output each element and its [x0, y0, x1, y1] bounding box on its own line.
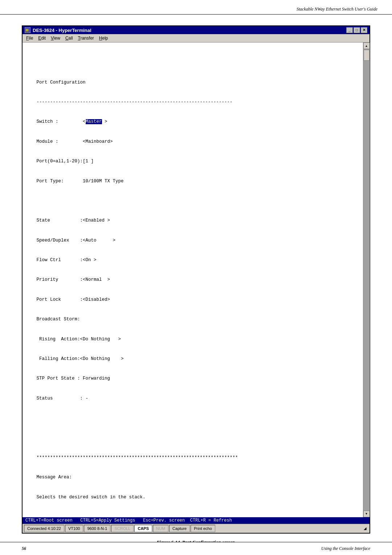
terminal-line-switch: Switch : <Master >: [28, 118, 357, 125]
status-connected: Connected 4:10:22: [24, 525, 64, 532]
terminal-line-stars: ****************************************…: [28, 454, 357, 461]
terminal-line-title: Port Configuration: [28, 79, 357, 86]
terminal-line-porttype: Port Type: 10/100M TX Type: [28, 178, 357, 185]
terminal-line-status: Status : -: [28, 395, 357, 402]
scrollbar[interactable]: ▲ ▼: [363, 42, 369, 517]
hyper-terminal-window: H DES-3624 - HyperTerminal _ □ ✕ File Ed…: [22, 25, 370, 534]
terminal-line-bcast: Broadcast Storm:: [28, 316, 357, 323]
footer-page-number: 56: [22, 546, 26, 551]
menu-edit[interactable]: Edit: [36, 35, 48, 41]
minimize-button[interactable]: _: [346, 27, 353, 33]
maximize-button[interactable]: □: [354, 27, 360, 33]
page-footer: 56 Using the Console Interface: [0, 542, 392, 555]
svg-text:H: H: [26, 28, 28, 32]
terminal-line-stp: STP Port State : Forwarding: [28, 375, 357, 382]
status-terminal: VT100: [65, 525, 83, 532]
status-scroll: SCROLL: [111, 525, 134, 532]
terminal-line-port: Port(0=all,1-20):[1 ]: [28, 158, 357, 165]
command-bar: CTRL+T=Root screen CTRL+S=Apply Settings…: [23, 517, 369, 524]
terminal-line-sep: ----------------------------------------…: [28, 99, 357, 105]
menu-transfer[interactable]: Transfer: [76, 35, 96, 41]
scroll-track[interactable]: [363, 49, 370, 511]
terminal-line-falling: Falling Action:<Do Nothing >: [28, 356, 357, 362]
menu-call[interactable]: Call: [63, 35, 75, 41]
titlebar: H DES-3624 - HyperTerminal _ □ ✕: [23, 26, 369, 34]
terminal-line-state: State :<Enabled >: [28, 217, 357, 224]
status-print-echo: Print echo: [191, 525, 215, 532]
scroll-up-button[interactable]: ▲: [363, 42, 370, 49]
header-title: Stackable NWay Ethernet Switch User's Gu…: [297, 7, 377, 12]
terminal-area: Port Configuration ---------------------…: [23, 42, 369, 517]
page-content: H DES-3624 - HyperTerminal _ □ ✕ File Ed…: [0, 15, 392, 555]
terminal-line-msg: Selects the desired switch in the stack.: [28, 494, 357, 501]
terminal-line-priority: Priority :<Normal >: [28, 276, 357, 283]
menu-help[interactable]: Help: [97, 35, 110, 41]
terminal-line-portlock: Port Lock :<Disabled>: [28, 296, 357, 303]
close-button[interactable]: ✕: [361, 27, 367, 33]
terminal-content[interactable]: Port Configuration ---------------------…: [23, 42, 363, 517]
scroll-thumb[interactable]: [364, 50, 369, 61]
titlebar-left: H DES-3624 - HyperTerminal: [25, 27, 91, 33]
window-title: DES-3624 - HyperTerminal: [33, 28, 91, 33]
terminal-line-blank3: [28, 415, 357, 421]
terminal-line-blank2: [28, 198, 357, 204]
menu-file[interactable]: File: [24, 35, 35, 41]
terminal-line-blank1: [28, 59, 357, 66]
app-icon: H: [25, 27, 30, 33]
menubar: File Edit View Call Transfer Help: [23, 34, 369, 42]
terminal-line-blank4: [28, 434, 357, 441]
resize-handle: ◢: [362, 526, 368, 531]
scroll-down-button[interactable]: ▼: [363, 511, 370, 517]
status-bar: Connected 4:10:22 VT100 9600 8-N-1 SCROL…: [23, 524, 369, 533]
status-num: NUM: [153, 525, 168, 532]
titlebar-buttons: _ □ ✕: [346, 27, 367, 33]
terminal-line-speed: Speed/Duplex :<Auto >: [28, 237, 357, 244]
status-capture: Capture: [169, 525, 190, 532]
status-caps: CAPS: [134, 525, 152, 532]
footer-section-title: Using the Console Interface: [321, 546, 370, 551]
page-header: Stackable NWay Ethernet Switch User's Gu…: [0, 0, 392, 15]
terminal-line-msgarea: Message Area:: [28, 474, 357, 481]
status-speed: 9600 8-N-1: [84, 525, 110, 532]
master-highlight: Master: [86, 119, 102, 124]
menu-view[interactable]: View: [49, 35, 62, 41]
terminal-line-flow: Flow Ctrl :<On >: [28, 257, 357, 263]
terminal-line-rising: Rising Action:<Do Nothing >: [28, 336, 357, 343]
terminal-line-module: Module : <Mainboard>: [28, 138, 357, 145]
